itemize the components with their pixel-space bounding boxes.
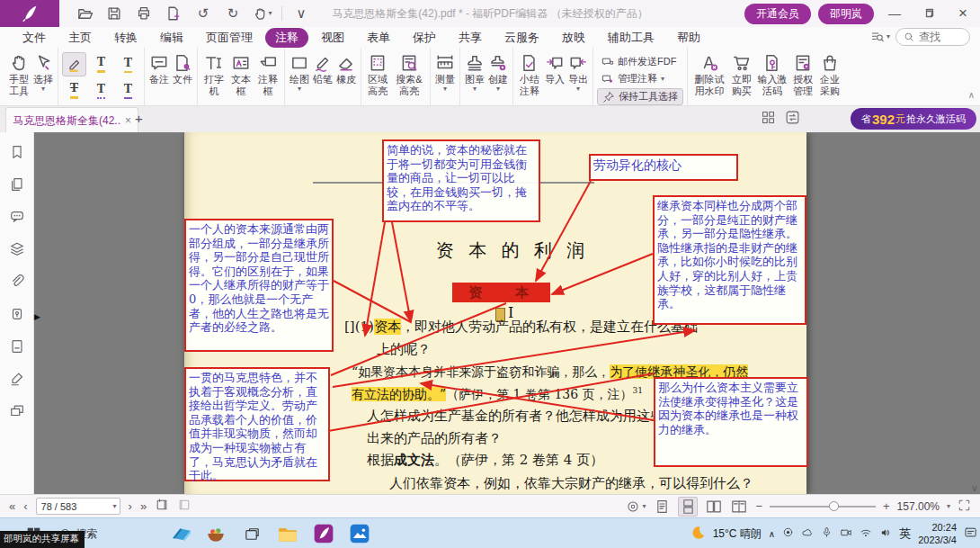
split-view-icon[interactable] — [9, 403, 25, 423]
facing-pages-view-icon[interactable] — [705, 498, 723, 516]
file-explorer-icon[interactable] — [275, 518, 300, 548]
customize-qat-icon[interactable]: ∨ — [290, 4, 312, 23]
signature-panel-icon[interactable] — [9, 371, 25, 391]
destinations-panel-icon[interactable] — [9, 338, 25, 358]
attachments-panel-icon[interactable] — [9, 274, 25, 293]
layers-panel-icon[interactable] — [9, 241, 25, 261]
strikeout-text-tool[interactable]: T — [62, 78, 86, 103]
underline-text-tool[interactable]: T — [116, 52, 140, 76]
highlighter-tool-selected[interactable] — [62, 52, 86, 76]
zoom-slider-thumb[interactable] — [829, 501, 839, 511]
select-tool-button[interactable]: 选择 ▾ — [32, 50, 54, 94]
find-box[interactable] — [895, 28, 970, 46]
collapse-ribbon-icon[interactable]: ∧ — [968, 90, 975, 100]
pencil-button[interactable]: 铅笔 — [312, 50, 334, 87]
user-account-button[interactable]: 邵明岚 — [818, 4, 874, 24]
continuous-view-icon-selected[interactable] — [678, 497, 698, 517]
document-tab[interactable]: 马克思恩格斯全集(42... × — [5, 107, 138, 133]
insert-text-tool[interactable]: T — [116, 78, 140, 103]
caret-down-icon[interactable]: ▾ — [947, 503, 950, 510]
tray-expand-icon[interactable]: ∧ — [769, 529, 775, 539]
callout-button[interactable]: 注释框 — [255, 50, 281, 99]
attach-file-button[interactable]: 文件 — [172, 50, 193, 87]
switch-tabs-icon[interactable] — [785, 110, 800, 129]
textbox-button[interactable]: 文本框 — [228, 50, 254, 99]
taskbar-app-ribbon-icon[interactable] — [169, 518, 194, 548]
taskbar-clock[interactable]: 20:24 2023/3/4 — [918, 521, 957, 547]
annotation-box-capital-secret[interactable]: 简单的说，资本的秘密就在于将一切都变为可用金钱衡量的商品，让一切可以比较，在用金… — [382, 139, 540, 222]
photos-app-icon[interactable] — [347, 518, 372, 548]
tab-form[interactable]: 表单 — [357, 28, 400, 48]
remove-trial-watermark-button[interactable]: 删除试用水印 — [691, 50, 727, 99]
annotation-box-alienation-core[interactable]: 劳动异化的核心 — [589, 154, 738, 181]
fit-screen-icon[interactable] — [958, 499, 971, 515]
search-highlight-button[interactable]: 搜索&高亮 — [392, 50, 426, 99]
tab-share[interactable]: 共享 — [449, 28, 492, 48]
tab-grid-view-icon[interactable] — [761, 110, 776, 129]
find-input[interactable] — [917, 30, 962, 44]
first-page-button[interactable]: « — [9, 499, 15, 513]
more-options-icon[interactable]: ⋮ — [976, 31, 980, 44]
scroll-down-arrow[interactable]: ∨ — [971, 482, 978, 494]
restore-button[interactable] — [915, 3, 942, 24]
page-number-input[interactable] — [40, 500, 111, 513]
export-comments-button[interactable]: 导出 ▾ — [567, 50, 589, 94]
pages-panel-icon[interactable] — [9, 176, 25, 196]
annotation-box-marx-style[interactable]: 一贯的马克思特色，并不执着于客观概念分析，直接给出哲学定义。劳动产品承载着个人的… — [184, 367, 330, 481]
promo-banner[interactable]: 省392元抢永久激活码 — [851, 108, 976, 130]
record-tray-icon[interactable] — [782, 526, 794, 541]
print-icon[interactable] — [133, 4, 155, 23]
tab-file[interactable]: 文件 — [13, 28, 56, 48]
draw-shapes-button[interactable]: 绘图 ▾ — [289, 50, 310, 94]
tab-page-management[interactable]: 页面管理 — [196, 28, 263, 48]
zoom-in-button[interactable]: + — [883, 499, 890, 513]
tab-cloud[interactable]: 云服务 — [494, 28, 549, 48]
tab-edit[interactable]: 编辑 — [150, 28, 193, 48]
prev-page-button[interactable]: ‹ — [23, 499, 27, 513]
annotation-box-why-legislation[interactable]: 那么为什么资本主义需要立法使继承变得神圣化？这是因为资本的继承也是一种权力的继承… — [654, 377, 808, 467]
email-fdf-button[interactable]: 邮件发送FDF — [597, 54, 683, 69]
open-file-icon[interactable] — [74, 4, 95, 23]
ime-language-indicator[interactable]: 英 — [899, 526, 911, 542]
expand-sidebar-arrow[interactable]: ▶ — [34, 312, 40, 321]
undo-icon[interactable]: ↺ — [192, 4, 214, 23]
page-number-field[interactable]: ▾ — [36, 498, 120, 515]
import-comments-button[interactable]: 导入 — [544, 50, 566, 87]
single-page-view-icon[interactable] — [653, 498, 671, 516]
redo-icon[interactable]: ↻ — [222, 4, 244, 23]
summarize-comments-button[interactable]: 小结注释 — [517, 50, 542, 99]
previous-view-icon[interactable] — [155, 498, 169, 515]
comments-panel-icon[interactable] — [9, 209, 25, 229]
eraser-button[interactable]: 橡皮 — [335, 50, 357, 87]
tab-comment-active[interactable]: 注释 — [265, 28, 308, 48]
taskbar-app-bowl-icon[interactable] — [203, 518, 228, 548]
squiggly-text-tool[interactable]: T — [89, 78, 113, 103]
tab-home[interactable]: 主页 — [58, 28, 102, 48]
tab-protect[interactable]: 保护 — [403, 28, 446, 48]
projector-tray-icon[interactable] — [840, 526, 852, 542]
minimize-button[interactable]: — — [881, 3, 908, 24]
area-highlight-button[interactable]: 区域高亮 — [365, 50, 390, 99]
measure-button[interactable]: 测量 ▾ — [434, 50, 456, 94]
security-panel-icon[interactable] — [9, 306, 25, 326]
highlighted-text[interactable]: 资本 — [374, 319, 401, 335]
view-mode-eye-icon[interactable]: ▾ — [626, 499, 646, 514]
highlighted-text[interactable]: 有立法的协助。” — [352, 387, 446, 401]
keep-tool-selected-toggle[interactable]: 保持工具选择 — [597, 88, 683, 105]
task-view-button[interactable] — [239, 518, 264, 548]
hand-tool-button[interactable]: 手型工具 — [7, 50, 31, 99]
book-view-icon[interactable] — [730, 498, 748, 516]
highlight-text-tool[interactable]: T — [89, 52, 113, 76]
close-button[interactable]: × — [949, 3, 976, 24]
create-stamp-button[interactable]: 创建 ▾ — [487, 50, 509, 94]
microphone-tray-icon[interactable] — [821, 526, 833, 541]
typewriter-button[interactable]: 打字机 — [201, 50, 227, 99]
cloud-tray-icon[interactable] — [801, 526, 814, 542]
bookmarks-panel-icon[interactable] — [9, 144, 25, 164]
note-comment-button[interactable]: 备注 — [148, 50, 170, 87]
hand-pan-icon[interactable]: ▾ — [252, 4, 273, 23]
volume-tray-icon[interactable] — [879, 526, 892, 542]
close-tab-icon[interactable]: × — [125, 114, 131, 127]
last-page-button[interactable]: » — [140, 499, 147, 513]
vip-membership-button[interactable]: 开通会员 — [744, 4, 811, 24]
